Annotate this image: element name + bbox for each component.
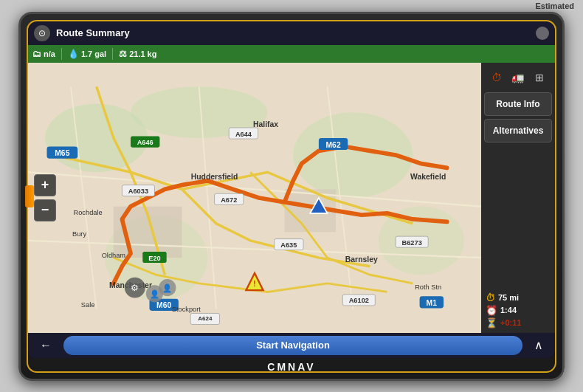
main-area: M65 A646 A644 M62 A6033 A672 xyxy=(28,63,555,333)
timer-icon[interactable]: ⏱ xyxy=(488,69,506,86)
time-icon: ⏰ xyxy=(486,305,497,316)
svg-text:M62: M62 xyxy=(325,140,340,148)
side-power-button[interactable] xyxy=(25,185,34,207)
route-icon: ⊙ xyxy=(34,25,50,41)
svg-text:Roth Stn: Roth Stn xyxy=(415,283,441,290)
svg-text:M65: M65 xyxy=(55,149,69,157)
device-screen: ⊙ Route Summary 🗂 n/a 💧 1.7 gal ⚖ 21.1 k… xyxy=(28,21,555,358)
svg-text:A6033: A6033 xyxy=(128,188,148,195)
zoom-out-button[interactable]: − xyxy=(34,199,56,221)
stat-divider-2 xyxy=(112,48,113,60)
svg-text:A646: A646 xyxy=(137,139,153,146)
svg-text:👤: 👤 xyxy=(162,283,173,293)
svg-text:⚙: ⚙ xyxy=(131,283,139,292)
svg-text:A624: A624 xyxy=(198,314,213,321)
svg-text:M1: M1 xyxy=(427,298,438,306)
svg-text:👤: 👤 xyxy=(150,289,160,299)
estimated-label: Estimated xyxy=(535,1,574,10)
screen-title: Route Summary xyxy=(56,27,536,38)
route-options-icon[interactable]: ⊞ xyxy=(531,69,548,86)
svg-text:Bury: Bury xyxy=(72,230,86,238)
map-area[interactable]: M65 A646 A644 M62 A6033 A672 xyxy=(28,63,481,333)
back-button[interactable]: ← xyxy=(34,339,58,352)
map-svg: M65 A646 A644 M62 A6033 A672 xyxy=(28,63,481,333)
stat-weight-value: 21.1 kg xyxy=(129,49,156,58)
alternatives-button[interactable]: Alternatives xyxy=(484,119,552,142)
stat-fuel-value: 1.7 gal xyxy=(81,49,106,58)
weight-icon: ⚖ xyxy=(119,49,127,59)
right-sidebar: ⏱ 🚛 ⊞ Route Info Alternatives ⏱ 75 mi ⏰ … xyxy=(481,63,555,333)
svg-text:Barnsley: Barnsley xyxy=(345,255,378,263)
bottom-bar: ← Start Navigation ∧ xyxy=(28,333,555,358)
stat-fuel: 💧 1.7 gal xyxy=(68,49,106,59)
stat-na-value: n/a xyxy=(44,49,55,58)
distance-icon: ⏱ xyxy=(486,292,495,303)
device-brand-label: CMNAV xyxy=(267,361,315,373)
svg-text:Oldham: Oldham xyxy=(102,252,126,259)
svg-text:Halifax: Halifax xyxy=(253,120,278,128)
svg-text:Stockport: Stockport xyxy=(172,306,201,313)
gps-device: ⊙ Route Summary 🗂 n/a 💧 1.7 gal ⚖ 21.1 k… xyxy=(18,12,565,381)
extra-time-value: +0:11 xyxy=(500,318,521,327)
truck-icon[interactable]: 🚛 xyxy=(509,69,527,86)
route-info-button[interactable]: Route Info xyxy=(484,92,552,116)
svg-text:Huddersfield: Huddersfield xyxy=(191,172,238,180)
fuel-icon: 💧 xyxy=(68,49,79,59)
start-navigation-button[interactable]: Start Navigation xyxy=(63,336,522,355)
svg-text:A672: A672 xyxy=(221,196,237,203)
stats-bar: 🗂 n/a 💧 1.7 gal ⚖ 21.1 kg xyxy=(28,45,555,63)
svg-text:E20: E20 xyxy=(148,254,160,261)
svg-text:A6102: A6102 xyxy=(349,297,369,304)
svg-text:B6273: B6273 xyxy=(402,238,422,246)
chevron-up-button[interactable]: ∧ xyxy=(528,338,549,352)
top-bar: ⊙ Route Summary xyxy=(28,21,555,45)
svg-text:Sale: Sale xyxy=(81,301,95,309)
extra-time-icon: ⏳ xyxy=(486,317,497,329)
svg-text:A644: A644 xyxy=(235,130,252,137)
stat-weight: ⚖ 21.1 kg xyxy=(119,49,156,59)
svg-text:Rochdale: Rochdale xyxy=(74,209,103,216)
svg-text:A635: A635 xyxy=(280,241,297,249)
time-value: 1:44 xyxy=(500,306,517,314)
svg-text:Wakefield: Wakefield xyxy=(410,172,446,180)
stat-divider-1 xyxy=(61,48,62,60)
time-stat: ⏰ 1:44 xyxy=(486,305,551,316)
zoom-controls: + − xyxy=(34,174,56,221)
distance-stat: ⏱ 75 mi xyxy=(486,292,551,303)
speech-bubble-icon xyxy=(536,27,549,40)
zoom-in-button[interactable]: + xyxy=(34,174,56,196)
svg-text:M60: M60 xyxy=(156,301,171,309)
sidebar-stats: ⏱ 75 mi ⏰ 1:44 ⏳ +0:11 xyxy=(484,291,552,330)
distance-value: 75 mi xyxy=(498,293,519,302)
extra-time-stat: ⏳ +0:11 xyxy=(486,317,551,329)
sidebar-icon-row: ⏱ 🚛 ⊞ xyxy=(484,66,552,89)
stat-na: 🗂 n/a xyxy=(32,49,55,59)
svg-text:!: ! xyxy=(253,279,256,288)
layers-icon: 🗂 xyxy=(32,49,41,59)
